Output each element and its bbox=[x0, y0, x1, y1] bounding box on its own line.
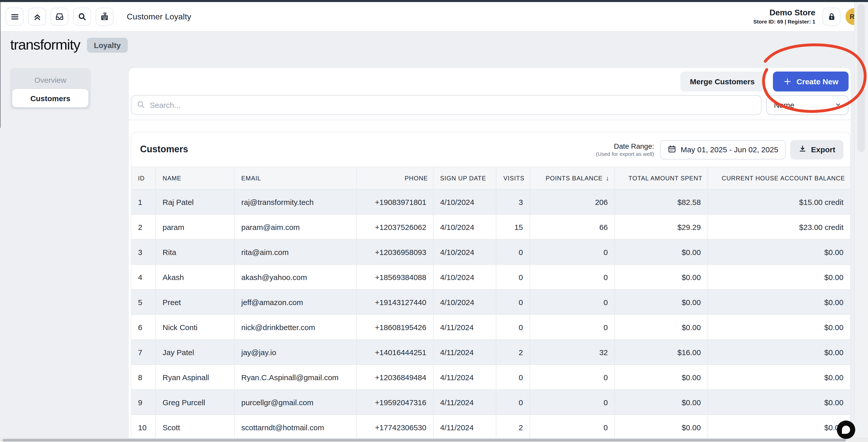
cell-id: 2 bbox=[131, 215, 155, 239]
cell-visits: 2 bbox=[496, 415, 530, 439]
cell-sign_up_date: 4/11/2024 bbox=[433, 315, 496, 339]
date-range-label: Date Range: (Used for export as well) bbox=[596, 141, 654, 158]
export-button[interactable]: Export bbox=[790, 140, 843, 159]
create-new-button[interactable]: Create New bbox=[773, 71, 848, 92]
column-header-current_house_account_balance[interactable]: CURRENT HOUSE ACCOUNT BALANCE bbox=[708, 167, 850, 189]
table-row[interactable]: 10Scottscottarndt@hotmail.com+1774230653… bbox=[131, 415, 850, 440]
cell-sign_up_date: 4/11/2024 bbox=[433, 340, 496, 364]
page-title: Customer Loyalty bbox=[127, 12, 191, 21]
cell-visits: 0 bbox=[496, 390, 530, 414]
column-header-phone[interactable]: PHONE bbox=[356, 167, 433, 189]
cell-phone: +19143127440 bbox=[356, 290, 433, 314]
inbox-button[interactable] bbox=[51, 8, 68, 26]
lock-button[interactable] bbox=[823, 8, 840, 26]
table-row[interactable]: 1Raj Patelraj@transformity.tech+19083971… bbox=[131, 190, 850, 215]
loyalty-badge: Loyalty bbox=[87, 37, 128, 52]
table-row[interactable]: 3Ritarita@aim.com+120369580934/10/202400… bbox=[131, 240, 850, 265]
vertical-scrollbar-thumb[interactable] bbox=[857, 4, 865, 152]
cell-phone: +18608195426 bbox=[356, 315, 433, 339]
column-header-points_balance[interactable]: POINTS BALANCE↓ bbox=[530, 167, 615, 189]
table-row[interactable]: 6Nick Continick@drinkbetter.com+18608195… bbox=[131, 315, 850, 340]
app-bar: Customer Loyalty Demo Store Store ID: 69… bbox=[0, 2, 868, 32]
cell-points_balance: 0 bbox=[530, 415, 615, 439]
cell-sign_up_date: 4/11/2024 bbox=[433, 365, 496, 389]
table-row[interactable]: 4Akashakash@yahoo.com+185693840884/10/20… bbox=[131, 265, 850, 290]
export-label: Export bbox=[811, 145, 835, 154]
inbox-tray-icon bbox=[55, 12, 64, 22]
screen: Customer Loyalty Demo Store Store ID: 69… bbox=[0, 0, 868, 442]
table-row[interactable]: 7Jay Pateljay@jay.io+140164442514/11/202… bbox=[131, 340, 850, 365]
cell-phone: +18569384088 bbox=[356, 265, 433, 289]
cell-total_amount_spent: $82.58 bbox=[615, 190, 708, 214]
sidebar-item-overview[interactable]: Overview bbox=[12, 70, 88, 89]
table-row[interactable]: 5Preetjeff@amazon.com+191431274404/10/20… bbox=[131, 290, 850, 315]
cell-phone: +19592047316 bbox=[356, 390, 433, 414]
cell-email: nick@drinkbetter.com bbox=[234, 315, 356, 339]
cell-phone: +17742306530 bbox=[356, 415, 433, 439]
column-header-id[interactable]: ID bbox=[131, 167, 155, 189]
horizontal-scrollbar[interactable] bbox=[0, 438, 868, 442]
cell-total_amount_spent: $0.00 bbox=[615, 240, 708, 264]
cell-name: Raj Patel bbox=[155, 190, 234, 214]
search-input-icon bbox=[136, 100, 146, 112]
cell-name: Ryan Aspinall bbox=[155, 365, 234, 389]
lock-icon bbox=[827, 12, 836, 21]
cell-email: jeff@amazon.com bbox=[234, 290, 356, 314]
cell-sign_up_date: 4/10/2024 bbox=[433, 290, 496, 314]
cell-current_house_account_balance: $0.00 bbox=[708, 390, 850, 414]
cell-name: Rita bbox=[155, 240, 234, 264]
cell-phone: +12036849484 bbox=[356, 365, 433, 389]
cell-phone: +12036958093 bbox=[356, 240, 433, 264]
column-header-sign_up_date[interactable]: SIGN UP DATE bbox=[433, 167, 496, 189]
cell-id: 3 bbox=[131, 240, 155, 264]
search-button[interactable] bbox=[73, 8, 91, 26]
table-row[interactable]: 2paramparam@aim.com+120375260624/10/2024… bbox=[131, 215, 850, 240]
sidebar: Overview Customers bbox=[10, 68, 91, 110]
cell-email: rita@aim.com bbox=[234, 240, 356, 264]
cell-name: Nick Conti bbox=[155, 315, 234, 339]
column-header-email[interactable]: EMAIL bbox=[234, 167, 356, 189]
column-header-name[interactable]: NAME bbox=[155, 167, 234, 189]
register-button[interactable] bbox=[96, 8, 114, 26]
sidebar-item-customers[interactable]: Customers bbox=[12, 89, 88, 107]
sort-select[interactable]: Name bbox=[766, 95, 848, 115]
cell-total_amount_spent: $0.00 bbox=[615, 265, 708, 289]
collapse-button[interactable] bbox=[28, 8, 46, 26]
table-row[interactable]: 9Greg Purcellpurcellgr@gmail.com+1959204… bbox=[131, 390, 850, 415]
cell-visits: 0 bbox=[496, 240, 530, 264]
chat-launcher-button[interactable] bbox=[837, 420, 855, 439]
date-range-picker[interactable]: May 01, 2025 - Jun 02, 2025 bbox=[660, 140, 786, 159]
cell-name: Scott bbox=[155, 415, 234, 439]
customers-card: Customers Date Range: (Used for export a… bbox=[131, 132, 850, 442]
vertical-scrollbar[interactable] bbox=[854, 2, 868, 438]
search-input[interactable] bbox=[131, 95, 762, 115]
cell-visits: 15 bbox=[496, 215, 530, 239]
table-row[interactable]: 8Ryan AspinallRyan.C.Aspinall@gmail.com+… bbox=[131, 365, 850, 390]
cell-name: Jay Patel bbox=[155, 340, 234, 364]
horizontal-scrollbar-thumb[interactable] bbox=[3, 439, 846, 441]
sort-arrow-down-icon: ↓ bbox=[606, 174, 609, 182]
table-body: 1Raj Patelraj@transformity.tech+19083971… bbox=[131, 190, 850, 440]
cell-visits: 2 bbox=[496, 340, 530, 364]
cell-sign_up_date: 4/10/2024 bbox=[433, 215, 496, 239]
column-header-visits[interactable]: VISITS bbox=[496, 167, 530, 189]
cell-id: 9 bbox=[131, 390, 155, 414]
cell-current_house_account_balance: $0.00 bbox=[708, 290, 850, 314]
column-header-total_amount_spent[interactable]: TOTAL AMOUNT SPENT bbox=[615, 167, 708, 189]
cell-visits: 0 bbox=[496, 365, 530, 389]
double-chevron-up-icon bbox=[32, 12, 42, 21]
cell-email: purcellgr@gmail.com bbox=[234, 390, 356, 414]
menu-button[interactable] bbox=[6, 8, 24, 26]
cell-id: 10 bbox=[131, 415, 155, 439]
brand-logo: transformity bbox=[10, 37, 80, 53]
cell-points_balance: 0 bbox=[530, 265, 615, 289]
cell-points_balance: 206 bbox=[530, 190, 615, 214]
date-range-value: May 01, 2025 - Jun 02, 2025 bbox=[681, 145, 778, 154]
cell-id: 7 bbox=[131, 340, 155, 364]
cell-current_house_account_balance: $0.00 bbox=[708, 265, 850, 289]
cell-points_balance: 0 bbox=[530, 290, 615, 314]
cell-email: jay@jay.io bbox=[234, 340, 356, 364]
merge-customers-button[interactable]: Merge Customers bbox=[680, 71, 764, 92]
cell-id: 4 bbox=[131, 265, 155, 289]
cell-total_amount_spent: $16.00 bbox=[615, 340, 708, 364]
